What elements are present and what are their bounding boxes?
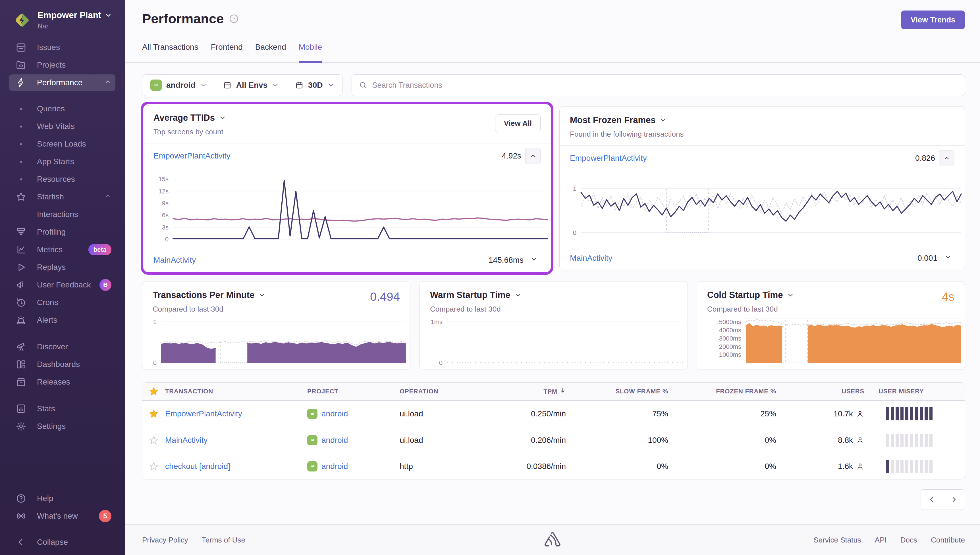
contribute-link[interactable]: Contribute: [931, 536, 965, 544]
sidebar-item-performance[interactable]: Performance: [0, 74, 125, 91]
transaction-link[interactable]: EmpowerPlantActivity: [153, 151, 230, 160]
sidebar-item-collapse[interactable]: Collapse: [0, 533, 125, 551]
project-link[interactable]: android: [307, 461, 400, 472]
sidebar-item-profiling[interactable]: Profiling: [0, 223, 125, 241]
sidebar-nav: IssuesProjectsPerformanceQueriesWeb Vita…: [0, 38, 125, 435]
cold-startup-value: 4s: [942, 290, 954, 304]
slow-frame-cell: 0%: [657, 462, 668, 471]
sidebar-item-releases[interactable]: Releases: [0, 373, 125, 391]
average-ttids-subtitle: Top screens by count: [153, 128, 226, 136]
transaction-link[interactable]: MainActivity: [153, 256, 196, 265]
user-misery-bars: [886, 460, 944, 473]
tab-mobile[interactable]: Mobile: [299, 43, 322, 63]
transaction-link[interactable]: EmpowerPlantActivity: [570, 154, 647, 163]
collapse-row-button[interactable]: [525, 148, 541, 164]
sidebar-item-label: Crons: [37, 298, 58, 307]
sidebar-item-web-vitals[interactable]: Web Vitals: [0, 117, 125, 135]
previous-page-button[interactable]: [921, 489, 943, 510]
chevron-up-icon: [104, 78, 111, 88]
expand-row-button[interactable]: [941, 253, 954, 263]
expand-row-button[interactable]: [527, 255, 541, 265]
sidebar-item-settings[interactable]: Settings: [0, 417, 125, 435]
col-project[interactable]: PROJECT: [307, 388, 400, 395]
tab-frontend[interactable]: Frontend: [211, 43, 243, 63]
col-frozen-frame[interactable]: FROZEN FRAME %: [716, 388, 776, 395]
org-switcher[interactable]: Empower Plant Nar: [0, 0, 125, 38]
sidebar-item-label: Projects: [37, 61, 66, 70]
cold-startup-title[interactable]: Cold Startup Time: [707, 290, 954, 300]
search-input[interactable]: [372, 81, 958, 90]
date-filter[interactable]: 30D: [287, 75, 342, 96]
view-all-button[interactable]: View All: [495, 114, 541, 132]
svg-text:12s: 12s: [159, 188, 169, 195]
sentry-logo: [544, 531, 561, 549]
sidebar-item-crons[interactable]: Crons: [0, 294, 125, 311]
transaction-link[interactable]: MainActivity: [165, 436, 307, 445]
sidebar-item-help[interactable]: Help: [0, 490, 125, 507]
sidebar-item-app-starts[interactable]: App Starts: [0, 153, 125, 170]
sidebar-item-replays[interactable]: Replays: [0, 258, 125, 276]
sidebar-item-metrics[interactable]: Metricsbeta: [0, 241, 125, 258]
user-icon: [856, 462, 864, 471]
privacy-policy-link[interactable]: Privacy Policy: [142, 536, 188, 544]
collapse-row-button[interactable]: [939, 150, 954, 166]
star-column-header[interactable]: [149, 387, 159, 396]
svg-text:1ms: 1ms: [431, 318, 443, 326]
sidebar-item-label: Releases: [37, 377, 70, 387]
col-tpm[interactable]: TPM: [543, 387, 566, 395]
sidebar-item-projects[interactable]: Projects: [0, 56, 125, 74]
user-icon: [856, 436, 864, 444]
tpm-cell: 0.250/min: [531, 409, 566, 419]
svg-text:3s: 3s: [162, 224, 169, 231]
help-question-icon[interactable]: ?: [229, 14, 239, 24]
sidebar-item-label: Stats: [37, 404, 55, 413]
star-toggle[interactable]: [149, 435, 159, 445]
sidebar-item-resources[interactable]: Resources: [0, 170, 125, 188]
sidebar-item-screen-loads[interactable]: Screen Loads: [0, 135, 125, 153]
api-link[interactable]: API: [875, 536, 887, 544]
terms-of-use-link[interactable]: Terms of Use: [202, 536, 245, 544]
most-frozen-frames-title[interactable]: Most Frozen Frames: [570, 115, 684, 125]
star-toggle[interactable]: [149, 409, 159, 419]
tpm-title[interactable]: Transactions Per Minute: [153, 290, 400, 300]
project-link[interactable]: android: [307, 435, 400, 445]
view-trends-button[interactable]: View Trends: [901, 11, 965, 29]
sidebar-item-label: Web Vitals: [37, 122, 75, 131]
sidebar-item-interactions[interactable]: Interactions: [0, 205, 125, 223]
sidebar-item-stats[interactable]: Stats: [0, 400, 125, 417]
next-page-button[interactable]: [943, 489, 965, 510]
transaction-link[interactable]: EmpowerPlantActivity: [165, 409, 307, 419]
operation-cell: ui.load: [400, 436, 493, 445]
tab-all-transactions[interactable]: All Transactions: [142, 43, 198, 63]
service-status-link[interactable]: Service Status: [813, 536, 861, 544]
project-link[interactable]: android: [307, 409, 400, 419]
dashboards-icon: [15, 359, 27, 370]
tab-backend[interactable]: Backend: [255, 43, 286, 63]
sidebar-item-issues[interactable]: Issues: [0, 38, 125, 56]
transaction-link[interactable]: checkout [android]: [165, 462, 307, 471]
transaction-link[interactable]: MainActivity: [570, 253, 612, 263]
sidebar-item-label: Starfish: [37, 192, 64, 201]
profiling-icon: [15, 226, 27, 238]
sidebar-item-dashboards[interactable]: Dashboards: [0, 356, 125, 373]
col-operation[interactable]: OPERATION: [400, 388, 493, 395]
sidebar-item-queries[interactable]: Queries: [0, 100, 125, 117]
android-project-icon: [307, 461, 318, 472]
sidebar-item-whats-new[interactable]: What's new5: [0, 507, 125, 525]
users-cell: 1.6k: [838, 462, 864, 471]
col-slow-frame[interactable]: SLOW FRAME %: [615, 388, 668, 395]
sidebar-item-alerts[interactable]: Alerts: [0, 311, 125, 329]
col-users[interactable]: USERS: [842, 388, 864, 395]
docs-link[interactable]: Docs: [900, 536, 917, 544]
sidebar-item-starfish[interactable]: Starfish: [0, 188, 125, 205]
col-user-misery[interactable]: USER MISERY: [864, 388, 944, 395]
project-filter[interactable]: android: [142, 75, 215, 96]
col-transaction[interactable]: TRANSACTION: [165, 388, 307, 395]
average-ttids-title[interactable]: Average TTIDs: [153, 113, 226, 123]
warm-startup-title[interactable]: Warm Startup Time: [430, 290, 677, 300]
star-toggle[interactable]: [149, 462, 159, 471]
sidebar-item-discover[interactable]: Discover: [0, 338, 125, 356]
table-row: checkout [android]androidhttp0.0386/min0…: [142, 453, 965, 479]
sidebar-item-user-feedback[interactable]: User FeedbackB: [0, 276, 125, 294]
env-filter[interactable]: All Envs: [215, 75, 287, 96]
